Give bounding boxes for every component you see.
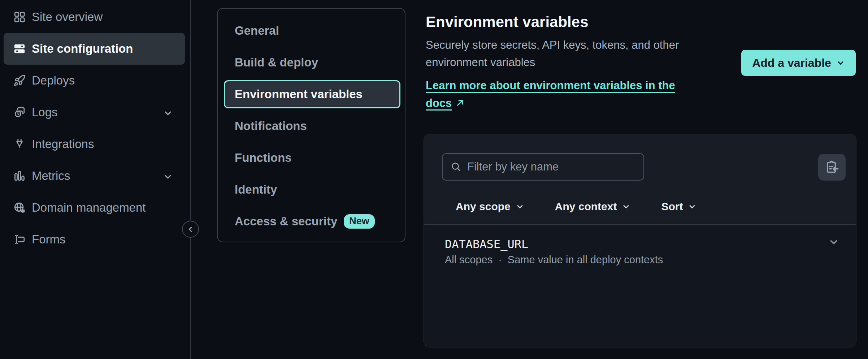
meta-separator: · bbox=[498, 254, 502, 266]
page-title: Environment variables bbox=[426, 13, 589, 31]
sidebar: Site overview Site configuration bbox=[0, 1, 190, 255]
add-variable-button[interactable]: Add a variable bbox=[741, 50, 856, 76]
server-icon bbox=[13, 43, 26, 55]
sidebar-item-label: Integrations bbox=[32, 137, 94, 151]
settings-nav-label: Functions bbox=[235, 151, 292, 165]
variable-contexts: Same value in all deploy contexts bbox=[508, 254, 663, 266]
settings-nav-item-environment-variables[interactable]: Environment variables bbox=[224, 80, 400, 108]
settings-nav-label: Access & security bbox=[235, 215, 337, 228]
external-link-arrow-icon bbox=[455, 95, 465, 113]
variables-card: Any scope Any context Sort bbox=[424, 134, 856, 347]
settings-nav-item-access-security[interactable]: Access & security New bbox=[224, 206, 400, 237]
sidebar-item-label: Forms bbox=[32, 233, 66, 246]
docs-link[interactable]: Learn more about environment variables i… bbox=[426, 77, 704, 113]
expand-row-chevron-icon[interactable] bbox=[828, 237, 839, 247]
page-description: Securely store secrets, API keys, tokens… bbox=[426, 36, 711, 71]
sidebar-item-metrics[interactable]: Metrics bbox=[4, 160, 185, 192]
scope-filter-dropdown[interactable]: Any scope bbox=[456, 200, 524, 213]
sort-label: Sort bbox=[661, 200, 683, 213]
sidebar-divider bbox=[190, 0, 191, 359]
add-variable-button-label: Add a variable bbox=[752, 56, 831, 70]
globe-icon bbox=[13, 202, 26, 214]
environment-variables-page: Site overview Site configuration bbox=[0, 0, 868, 359]
settings-nav-label: Notifications bbox=[235, 119, 307, 133]
chevron-down-icon bbox=[163, 171, 173, 181]
sidebar-item-label: Logs bbox=[32, 105, 58, 119]
filter-dropdown-row: Any scope Any context Sort bbox=[456, 196, 696, 217]
grid-icon bbox=[13, 11, 26, 23]
settings-nav-label: Build & deploy bbox=[235, 56, 318, 69]
chevron-down-icon bbox=[516, 202, 524, 211]
variable-scopes: All scopes bbox=[445, 254, 492, 266]
sidebar-item-forms[interactable]: Forms bbox=[4, 224, 185, 255]
chevron-down-icon bbox=[688, 202, 696, 211]
variable-key: DATABASE_URL bbox=[445, 237, 528, 251]
sidebar-collapse-button[interactable] bbox=[182, 221, 199, 238]
logs-clock-icon bbox=[13, 106, 26, 118]
sidebar-item-domain-management[interactable]: Domain management bbox=[4, 192, 185, 224]
search-icon bbox=[451, 161, 461, 172]
chevron-down-icon bbox=[163, 107, 173, 117]
sidebar-item-site-overview[interactable]: Site overview bbox=[4, 1, 185, 33]
settings-nav-item-general[interactable]: General bbox=[224, 15, 400, 47]
scope-filter-label: Any scope bbox=[456, 200, 511, 213]
sidebar-item-label: Domain management bbox=[32, 201, 146, 215]
settings-nav-label: General bbox=[235, 24, 279, 38]
sidebar-item-label: Deploys bbox=[32, 74, 75, 87]
chevron-left-icon bbox=[187, 225, 195, 233]
settings-nav-item-functions[interactable]: Functions bbox=[224, 142, 400, 174]
settings-nav-label: Environment variables bbox=[235, 87, 363, 101]
sidebar-item-site-configuration[interactable]: Site configuration bbox=[4, 33, 185, 65]
context-filter-label: Any context bbox=[555, 200, 617, 213]
settings-nav-panel: General Build & deploy Environment varia… bbox=[217, 8, 405, 242]
chevron-down-icon bbox=[622, 202, 630, 211]
bar-chart-icon bbox=[13, 170, 26, 182]
new-badge: New bbox=[344, 214, 375, 229]
variable-row[interactable]: DATABASE_URL All scopes · Same value in … bbox=[424, 225, 856, 279]
clipboard-import-icon bbox=[824, 160, 839, 175]
filter-key-input[interactable] bbox=[467, 160, 636, 173]
settings-nav-label: Identity bbox=[235, 183, 277, 196]
sidebar-item-label: Site configuration bbox=[32, 42, 133, 56]
sort-dropdown[interactable]: Sort bbox=[661, 200, 696, 213]
import-env-button[interactable] bbox=[818, 154, 846, 181]
filter-toolbar: Any scope Any context Sort bbox=[424, 134, 856, 225]
form-input-icon bbox=[13, 233, 26, 246]
settings-nav-item-identity[interactable]: Identity bbox=[224, 174, 400, 206]
plug-icon bbox=[13, 138, 26, 150]
sidebar-item-integrations[interactable]: Integrations bbox=[4, 128, 185, 160]
variable-meta: All scopes · Same value in all deploy co… bbox=[445, 254, 663, 266]
settings-nav-item-build-deploy[interactable]: Build & deploy bbox=[224, 47, 400, 78]
variables-list: DATABASE_URL All scopes · Same value in … bbox=[424, 225, 856, 347]
settings-nav-item-notifications[interactable]: Notifications bbox=[224, 110, 400, 142]
filter-search-box[interactable] bbox=[442, 153, 644, 181]
context-filter-dropdown[interactable]: Any context bbox=[555, 200, 631, 213]
chevron-down-icon bbox=[836, 59, 845, 67]
sidebar-item-deploys[interactable]: Deploys bbox=[4, 65, 185, 96]
sidebar-item-logs[interactable]: Logs bbox=[4, 96, 185, 128]
rocket-icon bbox=[13, 74, 26, 87]
sidebar-item-label: Metrics bbox=[32, 169, 70, 183]
sidebar-item-label: Site overview bbox=[32, 10, 103, 24]
